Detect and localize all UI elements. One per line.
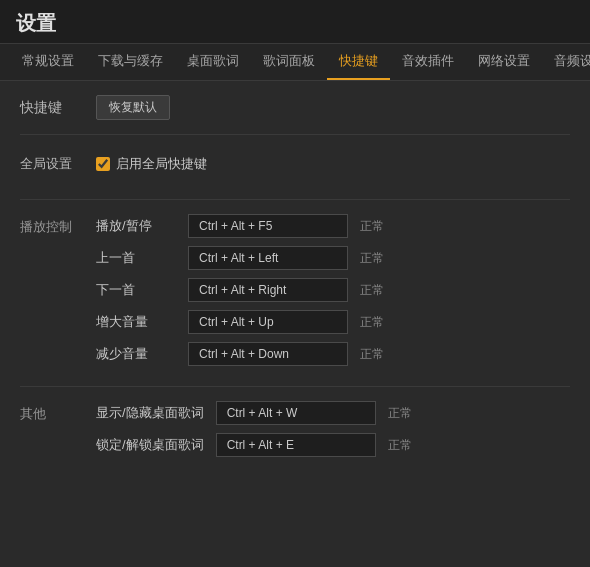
enable-global-shortcuts[interactable]: 启用全局快捷键 — [96, 155, 207, 173]
global-settings-label: 全局设置 — [20, 155, 80, 173]
tab-desktop-lyrics[interactable]: 桌面歌词 — [175, 44, 251, 80]
shortcut-row-play-pause: 播放/暂停 正常 — [96, 214, 570, 238]
shortcut-status-play-pause: 正常 — [360, 218, 390, 235]
shortcut-status-next: 正常 — [360, 282, 390, 299]
shortcut-status-show-lyrics: 正常 — [388, 405, 418, 422]
shortcut-row-vol-down: 减少音量 正常 — [96, 342, 570, 366]
tab-download[interactable]: 下载与缓存 — [86, 44, 175, 80]
tab-general[interactable]: 常规设置 — [10, 44, 86, 80]
playback-control-label: 播放控制 — [20, 214, 80, 374]
shortcut-row-next: 下一首 正常 — [96, 278, 570, 302]
tab-audio[interactable]: 音频设 — [542, 44, 590, 80]
restore-default-button[interactable]: 恢复默认 — [96, 95, 170, 120]
tab-lyrics-panel[interactable]: 歌词面板 — [251, 44, 327, 80]
page-title: 设置 — [16, 10, 574, 37]
shortcut-status-prev: 正常 — [360, 250, 390, 267]
tab-effects[interactable]: 音效插件 — [390, 44, 466, 80]
other-section-label: 其他 — [20, 401, 80, 465]
global-shortcuts-checkbox[interactable] — [96, 157, 110, 171]
global-shortcuts-checkbox-label: 启用全局快捷键 — [116, 155, 207, 173]
nav-tabs: 常规设置 下载与缓存 桌面歌词 歌词面板 快捷键 音效插件 网络设置 音频设 — [0, 44, 590, 81]
shortcut-name-show-lyrics: 显示/隐藏桌面歌词 — [96, 404, 204, 422]
shortcut-name-vol-down: 减少音量 — [96, 345, 176, 363]
divider-3 — [20, 386, 570, 387]
shortcut-key-play-pause[interactable] — [188, 214, 348, 238]
shortcut-name-play-pause: 播放/暂停 — [96, 217, 176, 235]
shortcut-row-prev: 上一首 正常 — [96, 246, 570, 270]
other-shortcut-rows: 显示/隐藏桌面歌词 正常 锁定/解锁桌面歌词 正常 — [96, 401, 570, 465]
shortcut-name-next: 下一首 — [96, 281, 176, 299]
divider-2 — [20, 199, 570, 200]
playback-shortcut-rows: 播放/暂停 正常 上一首 正常 下一首 正常 增大音量 正 — [96, 214, 570, 374]
shortcut-key-vol-up[interactable] — [188, 310, 348, 334]
playback-control-section: 播放控制 播放/暂停 正常 上一首 正常 下一首 正常 — [20, 214, 570, 374]
shortcut-key-vol-down[interactable] — [188, 342, 348, 366]
shortcut-key-show-lyrics[interactable] — [216, 401, 376, 425]
shortcut-key-lock-lyrics[interactable] — [216, 433, 376, 457]
tab-shortcuts[interactable]: 快捷键 — [327, 44, 390, 80]
shortcut-key-prev[interactable] — [188, 246, 348, 270]
global-settings-row: 全局设置 启用全局快捷键 — [20, 149, 570, 179]
shortcut-row-vol-up: 增大音量 正常 — [96, 310, 570, 334]
shortcut-row-lock-lyrics: 锁定/解锁桌面歌词 正常 — [96, 433, 570, 457]
other-section: 其他 显示/隐藏桌面歌词 正常 锁定/解锁桌面歌词 正常 — [20, 401, 570, 465]
shortcut-name-vol-up: 增大音量 — [96, 313, 176, 331]
shortcut-status-lock-lyrics: 正常 — [388, 437, 418, 454]
shortcut-status-vol-up: 正常 — [360, 314, 390, 331]
shortcut-name-prev: 上一首 — [96, 249, 176, 267]
shortcut-key-next[interactable] — [188, 278, 348, 302]
divider-1 — [20, 134, 570, 135]
shortcut-status-vol-down: 正常 — [360, 346, 390, 363]
shortcut-name-lock-lyrics: 锁定/解锁桌面歌词 — [96, 436, 204, 454]
shortcut-header: 快捷键 恢复默认 — [20, 95, 570, 120]
shortcut-row-show-lyrics: 显示/隐藏桌面歌词 正常 — [96, 401, 570, 425]
shortcut-label: 快捷键 — [20, 99, 80, 117]
tab-network[interactable]: 网络设置 — [466, 44, 542, 80]
